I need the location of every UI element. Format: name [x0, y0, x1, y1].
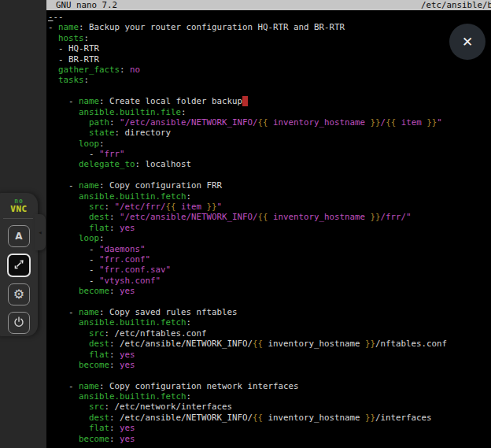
settings-button[interactable]: ⚙: [8, 283, 30, 305]
editor-line: src: /etc/network/interfaces: [48, 402, 491, 412]
editor-line: - name: Copy configuration FRR: [48, 180, 491, 191]
keyboard-button[interactable]: A: [8, 225, 30, 247]
editor-line: hosts:: [48, 33, 491, 43]
editor-line: gather_facts: no: [48, 65, 491, 75]
fullscreen-button[interactable]: [7, 254, 31, 277]
editor-line: ansible.builtin.fetch:: [48, 317, 491, 328]
editor-line: [48, 370, 491, 380]
editor-line: dest: /etc/ansible/NETWORK_INFO/{{ inven…: [48, 413, 491, 423]
gear-icon: ⚙: [13, 288, 24, 301]
editor-line: - BR-RTR: [48, 54, 491, 65]
editor-line: - "frr.conf.sav": [48, 265, 491, 275]
editor-line: - name: Copy configuration network inter…: [48, 381, 491, 391]
close-button[interactable]: ✕: [449, 24, 485, 60]
novnc-logo-bottom: VNC: [0, 205, 38, 213]
editor-line: src: "/etc/frr/{{ item }}": [48, 202, 491, 212]
nano-titlebar: GNU nano 7.2 /etc/ansible/b: [46, 0, 491, 10]
editor-line: path: "/etc/ansible/NETWORK_INFO/{{ inve…: [48, 117, 491, 128]
editor-line: - "frr": [48, 149, 491, 159]
editor-line: - "vtysh.conf": [48, 276, 491, 286]
vnc-sidebar: no VNC A ⚙: [0, 0, 46, 448]
editor-line: ansible.builtin.fetch:: [48, 191, 491, 202]
editor-line: [48, 170, 491, 180]
novnc-logo: no VNC: [0, 198, 38, 213]
editor-line: become: yes: [48, 434, 491, 444]
editor-line: dest: /etc/ansible/NETWORK_INFO/{{ inven…: [48, 339, 491, 349]
nano-app-title: GNU nano 7.2: [56, 0, 117, 10]
editor-line: ansible.builtin.file:: [48, 107, 491, 117]
editor-line: become: yes: [48, 286, 491, 296]
editor-line: loop:: [48, 233, 491, 243]
editor-line: dest: "/etc/ansible/NETWORK_INFO/{{ inve…: [48, 212, 491, 222]
power-icon: [13, 316, 24, 331]
terminal-window[interactable]: GNU nano 7.2 /etc/ansible/b ---- name: B…: [46, 0, 491, 448]
editor-line: [48, 86, 491, 96]
editor-line: flat: yes: [48, 350, 491, 360]
editor-line: tasks:: [48, 75, 491, 85]
editor-line: flat: yes: [48, 423, 491, 433]
close-icon: ✕: [462, 34, 473, 50]
editor-line: loop:: [48, 139, 491, 149]
fullscreen-icon: [13, 258, 24, 273]
editor-line: become: yes: [48, 360, 491, 370]
editor-lines: ---- name: Backup your router configurat…: [48, 12, 491, 444]
editor-line: ansible.builtin.fetch:: [48, 391, 491, 402]
editor-line: ---: [48, 12, 491, 22]
editor-line: delegate_to: localhost: [48, 159, 491, 169]
editor-line: - HQ-RTR: [48, 43, 491, 54]
editor-line: [48, 297, 491, 307]
editor-line: - "daemons": [48, 244, 491, 254]
power-button[interactable]: [8, 312, 30, 334]
editor-line: - name: Copy saved rules nftables: [48, 307, 491, 317]
keyboard-icon: A: [15, 231, 22, 242]
nano-file-path: /etc/ansible/b: [421, 0, 491, 10]
panel-divider: [3, 218, 33, 219]
editor-line: flat: yes: [48, 223, 491, 233]
editor-line: state: directory: [48, 128, 491, 138]
panel-collapse-handle[interactable]: ◂: [35, 214, 46, 250]
collapse-arrow-icon: ◂: [38, 228, 42, 236]
editor-area[interactable]: ---- name: Backup your router configurat…: [46, 10, 491, 448]
vnc-control-panel: no VNC A ⚙: [0, 193, 38, 336]
editor-line: - name: Create local folder backup: [48, 96, 491, 106]
editor-line: - "frr.conf": [48, 254, 491, 265]
editor-line: src: /etc/nftables.conf: [48, 328, 491, 339]
editor-line: - name: Backup your router configuration…: [48, 22, 491, 32]
